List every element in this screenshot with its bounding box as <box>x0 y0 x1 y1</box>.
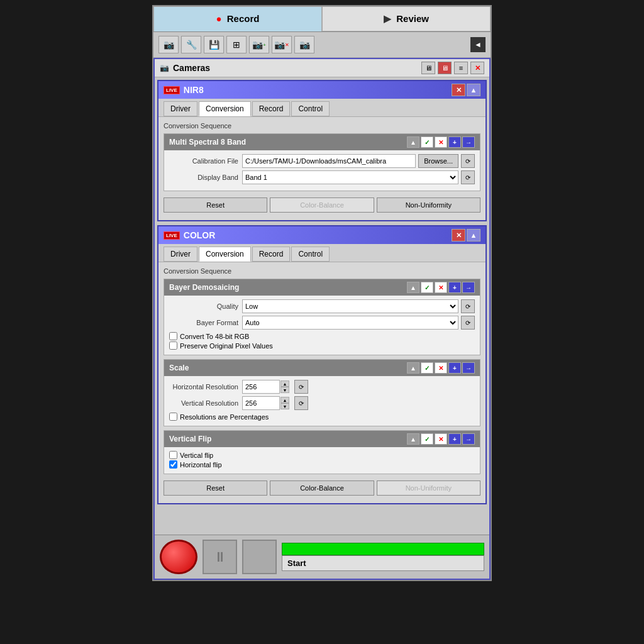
bayer-check-btn[interactable]: ✓ <box>421 282 433 293</box>
color-expand-btn[interactable]: ▲ <box>467 229 480 242</box>
pause-button[interactable]: ⏸ <box>203 540 237 574</box>
nir8-block-plus-btn[interactable]: + <box>448 136 461 148</box>
scale-check-btn[interactable]: ✓ <box>421 362 433 374</box>
toolbar-arrow-btn[interactable]: ◄ <box>470 37 486 52</box>
bayer-quality-select[interactable]: Low Medium High <box>242 299 458 313</box>
nir8-title: NIR8 <box>184 85 204 95</box>
tab-record[interactable]: ● Record <box>153 6 322 31</box>
nir8-block-arrow-btn[interactable]: → <box>462 136 475 148</box>
color-tab-control[interactable]: Control <box>291 247 330 262</box>
tab-record-label: Record <box>227 13 260 24</box>
nir8-block-header: Multi Spectral 8 Band ▲ ✓ ✕ + → <box>164 134 480 150</box>
flip-horizontal-checkbox[interactable] <box>169 460 177 469</box>
bayer-format-select[interactable]: Auto <box>242 316 458 330</box>
cameras-title: Cameras <box>173 63 421 73</box>
color-tab-record[interactable]: Record <box>252 247 291 262</box>
nir8-colorbalance-btn[interactable]: Color-Balance <box>270 197 374 213</box>
toolbar-save-btn[interactable]: 💾 <box>204 36 224 53</box>
color-tab-driver[interactable]: Driver <box>164 247 197 262</box>
bayer-preserve-checkbox[interactable] <box>169 341 177 350</box>
color-nonuniformity-btn[interactable]: Non-Uniformity <box>377 480 480 496</box>
review-play-icon: ▶ <box>384 13 391 24</box>
flip-vertical-checkbox[interactable] <box>169 451 177 459</box>
color-close-btn[interactable]: ✕ <box>452 229 465 242</box>
nir8-displayband-icon-btn[interactable]: ⟳ <box>461 170 475 184</box>
bayer-quality-label: Quality <box>169 303 238 310</box>
flip-check-btn[interactable]: ✓ <box>421 433 433 445</box>
color-bottom-buttons: Reset Color-Balance Non-Uniformity <box>164 478 480 498</box>
nir8-tab-conversion[interactable]: Conversion <box>199 101 251 116</box>
nir8-block-x-btn[interactable]: ✕ <box>435 136 447 148</box>
scale-vres-icon-btn[interactable]: ⟳ <box>294 396 308 410</box>
scale-hres-down[interactable]: ▼ <box>280 387 289 393</box>
cameras-panel: 📷 Cameras 🖥 🖥 ≡ ✕ LIVE NIR8 ✕ ▲ Driver C… <box>153 58 491 580</box>
flip-arrow-btn[interactable]: → <box>462 433 475 445</box>
nir8-displayband-row: Display Band Band 1 ⟳ <box>169 170 475 184</box>
nir8-nonuniformity-btn[interactable]: Non-Uniformity <box>377 197 480 213</box>
nir8-section-header: LIVE NIR8 ✕ ▲ <box>158 81 486 99</box>
scale-percent-checkbox[interactable] <box>169 413 177 421</box>
cameras-monitor-btn[interactable]: 🖥 <box>421 62 435 74</box>
scale-x-btn[interactable]: ✕ <box>435 362 447 374</box>
flip-block-body: Vertical flip Horizontal flip <box>164 447 480 474</box>
nir8-tabs: Driver Conversion Record Control <box>158 99 486 117</box>
scale-hres-input[interactable] <box>242 380 280 394</box>
bayer-format-icon-btn[interactable]: ⟳ <box>461 316 475 330</box>
scale-hres-spinners: ▲ ▼ <box>280 380 289 393</box>
flip-vertical-row: Vertical flip <box>169 451 475 459</box>
nir8-reset-btn[interactable]: Reset <box>164 197 267 213</box>
bayer-plus-btn[interactable]: + <box>448 282 461 293</box>
flip-block-title: Vertical Flip <box>169 435 211 443</box>
nir8-close-btn[interactable]: ✕ <box>452 84 465 96</box>
toolbar-camera2-btn[interactable]: 📷 <box>294 36 314 53</box>
toolbar-grid-btn[interactable]: ⊞ <box>226 36 247 53</box>
tab-review-label: Review <box>396 13 429 24</box>
tab-review[interactable]: ▶ Review <box>322 6 491 31</box>
flip-up-btn[interactable]: ▲ <box>407 433 419 445</box>
flip-x-btn[interactable]: ✕ <box>435 433 447 445</box>
scale-up-btn[interactable]: ▲ <box>407 362 419 374</box>
nir8-block-up-btn[interactable]: ▲ <box>407 136 419 148</box>
cameras-monitor2-btn[interactable]: 🖥 <box>438 62 452 74</box>
bayer-arrow-btn[interactable]: → <box>462 282 475 293</box>
toolbar-remove-camera-btn[interactable]: 📷✕ <box>272 36 292 53</box>
start-label[interactable]: Start <box>282 555 484 571</box>
scale-vres-up[interactable]: ▲ <box>280 397 289 403</box>
record-button[interactable] <box>160 540 197 574</box>
flip-plus-btn[interactable]: + <box>448 433 461 445</box>
scale-hres-icon-btn[interactable]: ⟳ <box>294 380 308 394</box>
scale-hres-up[interactable]: ▲ <box>280 380 289 387</box>
toolbar-camera-btn[interactable]: 📷 <box>158 36 179 53</box>
bayer-convert-checkbox[interactable] <box>169 332 177 340</box>
stop-button[interactable] <box>242 540 277 574</box>
cameras-close-btn[interactable]: ✕ <box>470 62 484 74</box>
color-colorbalance-btn[interactable]: Color-Balance <box>270 480 374 496</box>
color-reset-btn[interactable]: Reset <box>164 480 267 496</box>
toolbar-settings-btn[interactable]: 🔧 <box>181 36 201 53</box>
scale-vres-down[interactable]: ▼ <box>280 403 289 409</box>
bayer-preserve-row: Preserve Original Pixel Values <box>169 341 475 350</box>
toolbar-add-camera-btn[interactable]: 📷+ <box>249 36 269 53</box>
cameras-menu-btn[interactable]: ≡ <box>454 62 468 74</box>
nir8-content: Conversion Sequence Multi Spectral 8 Ban… <box>158 117 486 220</box>
nir8-tab-driver[interactable]: Driver <box>164 101 197 116</box>
scale-vres-label: Vertical Resolution <box>169 399 238 407</box>
nir8-expand-btn[interactable]: ▲ <box>467 84 480 96</box>
nir8-calibration-input[interactable] <box>242 154 416 168</box>
bayer-x-btn[interactable]: ✕ <box>435 282 447 293</box>
nir8-tab-control[interactable]: Control <box>291 101 330 116</box>
nir8-tab-record[interactable]: Record <box>252 101 291 116</box>
bayer-up-btn[interactable]: ▲ <box>407 282 419 293</box>
scale-vres-input[interactable] <box>242 396 280 410</box>
scale-plus-btn[interactable]: + <box>448 362 461 374</box>
nir8-displayband-select[interactable]: Band 1 <box>242 170 458 184</box>
flip-vertical-label: Vertical flip <box>180 452 213 459</box>
color-section-header: LIVE COLOR ✕ ▲ <box>158 226 486 244</box>
bottom-bar: ⏸ Start <box>155 535 489 579</box>
nir8-block-check-btn[interactable]: ✓ <box>421 136 433 148</box>
nir8-browse-btn[interactable]: Browse... <box>418 154 458 168</box>
bayer-quality-icon-btn[interactable]: ⟳ <box>461 299 475 313</box>
nir8-calibration-icon-btn[interactable]: ⟳ <box>461 154 475 168</box>
color-tab-conversion[interactable]: Conversion <box>199 247 251 262</box>
scale-arrow-btn[interactable]: → <box>462 362 475 374</box>
